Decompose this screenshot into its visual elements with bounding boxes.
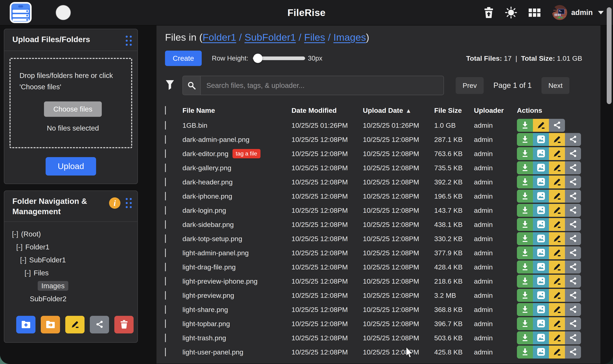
share-button[interactable] — [565, 147, 581, 160]
preview-button[interactable] — [533, 275, 549, 288]
sidebar-toggle-button[interactable] — [56, 5, 71, 20]
edit-button[interactable] — [549, 260, 565, 273]
next-page-button[interactable]: Next — [542, 77, 570, 94]
download-button[interactable] — [517, 218, 533, 231]
tag-badge[interactable]: tag a file — [233, 149, 261, 158]
download-button[interactable] — [517, 190, 533, 203]
select-all-checkbox[interactable] — [165, 106, 166, 115]
tree-item-subfolder1[interactable]: [-]SubFolder1 — [4, 253, 138, 266]
row-checkbox[interactable] — [165, 135, 166, 144]
download-button[interactable] — [517, 246, 533, 259]
share-button[interactable] — [565, 275, 581, 288]
breadcrumb-link-subfolder1[interactable]: SubFolder1 — [244, 32, 296, 43]
row-checkbox[interactable] — [165, 164, 166, 172]
row-checkbox[interactable] — [165, 263, 166, 271]
tree-item-images[interactable]: Images — [4, 279, 138, 292]
breadcrumb-link-files[interactable]: Files — [304, 32, 325, 43]
share-button[interactable] — [565, 204, 581, 217]
row-checkbox[interactable] — [165, 121, 166, 130]
share-button[interactable] — [565, 133, 581, 146]
edit-button[interactable] — [549, 275, 565, 288]
preview-button[interactable] — [533, 289, 549, 302]
edit-button[interactable] — [549, 289, 565, 302]
download-button[interactable] — [517, 317, 533, 330]
edit-button[interactable] — [549, 218, 565, 231]
move-folder-button[interactable] — [41, 316, 60, 333]
row-checkbox[interactable] — [165, 348, 166, 356]
theme-sun-icon[interactable] — [505, 7, 517, 18]
edit-button[interactable] — [549, 147, 565, 160]
edit-button[interactable] — [549, 190, 565, 203]
download-button[interactable] — [517, 204, 533, 217]
preview-button[interactable] — [533, 232, 549, 245]
tree-toggle-icon[interactable]: [-] — [12, 230, 18, 238]
preview-button[interactable] — [533, 176, 549, 188]
search-input[interactable] — [201, 76, 444, 95]
info-icon[interactable]: i — [109, 197, 120, 209]
row-checkbox[interactable] — [165, 319, 166, 328]
preview-button[interactable] — [533, 147, 549, 160]
share-button[interactable] — [565, 289, 581, 302]
search-icon[interactable] — [183, 76, 201, 95]
download-button[interactable] — [517, 275, 533, 288]
share-button[interactable] — [565, 246, 581, 259]
download-button[interactable] — [517, 303, 533, 316]
download-button[interactable] — [517, 289, 533, 302]
row-checkbox[interactable] — [165, 178, 166, 186]
share-folder-button[interactable] — [90, 316, 109, 333]
preview-button[interactable] — [533, 218, 549, 231]
column-header-uploader[interactable]: Uploader — [470, 106, 513, 114]
row-checkbox[interactable] — [165, 291, 166, 300]
row-checkbox[interactable] — [165, 277, 166, 286]
share-button[interactable] — [565, 232, 581, 245]
file-dropzone[interactable]: Drop files/folders here or click 'Choose… — [10, 58, 132, 148]
tree-item-subfolder2[interactable]: SubFolder2 — [4, 292, 138, 305]
tree-toggle-icon[interactable]: [-] — [25, 269, 31, 277]
share-button[interactable] — [565, 176, 581, 188]
edit-button[interactable] — [549, 176, 565, 188]
tree-item-folder1[interactable]: [-]Folder1 — [4, 241, 138, 253]
preview-button[interactable] — [533, 246, 549, 259]
row-checkbox[interactable] — [165, 334, 166, 342]
column-header-file-name[interactable]: File Name — [178, 106, 288, 114]
preview-button[interactable] — [533, 331, 549, 344]
download-button[interactable] — [517, 161, 533, 174]
scrollbar-thumb[interactable] — [607, 7, 612, 104]
preview-button[interactable] — [533, 317, 549, 330]
edit-button[interactable] — [549, 232, 565, 245]
download-button[interactable] — [517, 147, 533, 160]
row-checkbox[interactable] — [165, 305, 166, 314]
edit-button[interactable] — [549, 346, 565, 359]
edit-button[interactable] — [549, 317, 565, 330]
user-menu[interactable]: admin — [552, 5, 604, 20]
edit-button[interactable] — [549, 303, 565, 316]
column-header-upload-date[interactable]: Upload Date▲ — [359, 106, 431, 114]
drag-handle-icon[interactable] — [126, 36, 132, 46]
preview-button[interactable] — [533, 204, 549, 217]
filter-icon[interactable] — [166, 80, 174, 91]
preview-button[interactable] — [533, 303, 549, 316]
download-button[interactable] — [517, 176, 533, 188]
preview-button[interactable] — [533, 161, 549, 174]
create-folder-button[interactable] — [16, 316, 35, 333]
delete-folder-button[interactable] — [114, 316, 134, 333]
tree-toggle-icon[interactable]: [-] — [20, 256, 26, 264]
filerise-logo-icon[interactable] — [9, 2, 32, 24]
share-button[interactable] — [565, 303, 581, 316]
share-button[interactable] — [565, 331, 581, 344]
edit-button[interactable] — [549, 246, 565, 259]
prev-page-button[interactable]: Prev — [456, 77, 484, 94]
download-button[interactable] — [517, 260, 533, 273]
choose-files-button[interactable]: Choose files — [44, 102, 102, 117]
column-header-date-modified[interactable]: Date Modified — [288, 106, 359, 114]
edit-button[interactable] — [533, 119, 549, 132]
edit-button[interactable] — [549, 331, 565, 344]
tree-toggle-icon[interactable]: [-] — [16, 243, 23, 251]
edit-button[interactable] — [549, 161, 565, 174]
preview-button[interactable] — [533, 133, 549, 146]
edit-button[interactable] — [549, 133, 565, 146]
breadcrumb-link-folder1[interactable]: Folder1 — [203, 32, 236, 43]
row-height-slider[interactable] — [253, 56, 305, 60]
slider-thumb[interactable] — [253, 54, 263, 63]
share-button[interactable] — [565, 190, 581, 203]
